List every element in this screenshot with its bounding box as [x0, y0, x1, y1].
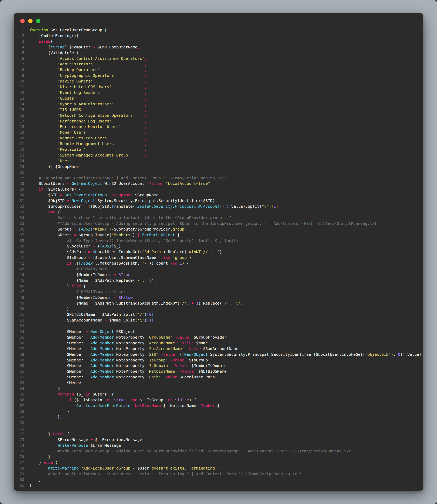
code-token: , [144, 90, 147, 95]
code-token: ] $Computer [65, 45, 93, 49]
code-token: -Filter [147, 181, 163, 186]
code-text: Write-Warning "Add-LocalUserToGroup - $U… [29, 466, 219, 471]
code-token: 1 [179, 261, 182, 266]
code-token: 'ObjectSID' [365, 352, 391, 357]
code-line: 49 $Name = $AdsPath.Substring($AdsPath.I… [16, 301, 421, 306]
code-token: , [144, 113, 147, 118]
code-token: = [90, 437, 93, 442]
code-token: ]$_) [111, 244, 121, 248]
line-number: 75 [16, 448, 24, 454]
code-token: 'Device Owners' [58, 79, 93, 84]
code-token: $Member [29, 375, 86, 379]
line-number: 70 [16, 420, 24, 426]
code-token: #"Add-LocalUserToGroup - Adding security… [58, 221, 379, 226]
code-text: param( [29, 39, 53, 45]
code-token: = [86, 329, 88, 334]
code-token [29, 238, 67, 243]
code-text: 'Cryptographic Operators' , [29, 73, 147, 78]
code-token: ($LocalUsers) { [43, 187, 81, 191]
line-number: 21 [16, 141, 24, 147]
code-token: $ErrorMessage [88, 443, 121, 448]
code-token: '\' [137, 318, 144, 323]
code-token: $Name.Split( [107, 318, 137, 323]
code-token: = [93, 244, 95, 248]
code-token: = [114, 273, 116, 277]
code-token: $ErrorMessage [29, 437, 90, 442]
code-line: 23 'System Managed Accounts Group' , [16, 152, 421, 158]
code-text: $IsGroup = ($LocalUser.SchemaClassName -… [29, 255, 191, 261]
code-token: 'Guests' [58, 96, 76, 101]
code-token: = [83, 204, 86, 209]
code-token: $LocalUser [29, 244, 93, 248]
code-token: } [29, 483, 32, 488]
code-token: ]::Matches($AdsPath, [93, 261, 142, 266]
code-token: -NetBiosName [133, 403, 161, 408]
line-number: 30 [16, 192, 24, 198]
code-editor-window: 1function Get-LocalUserFromGroup {2 [Cmd… [14, 13, 423, 491]
code-token [177, 261, 179, 266]
code-line: 41 $IsGroup = ($LocalUser.SchemaClassNam… [16, 255, 421, 261]
code-token: $Users) { [90, 392, 114, 397]
code-token [29, 187, 39, 191]
code-line: 75 #"Add-LocalUserToGroup - Adding $User… [16, 448, 421, 454]
code-token: 'GroupName' [147, 335, 173, 340]
code-token [29, 153, 58, 158]
code-token: = [97, 312, 100, 317]
code-token [29, 403, 76, 408]
code-text: $Member [29, 380, 83, 386]
line-number: 1 [16, 27, 24, 33]
code-token [29, 73, 58, 78]
code-token [29, 449, 58, 453]
code-token: Add-Member [90, 369, 114, 374]
code-token: foreach [58, 392, 74, 397]
code-token [140, 233, 142, 237]
line-number: 47 [16, 289, 24, 295]
code-token: | [86, 358, 88, 362]
zoom-button[interactable] [36, 19, 40, 23]
code-token: $AdsPath.Substring($AdsPath.IndexOf( [93, 301, 180, 305]
code-text: $Member | Add-Member Noteproperty 'Accou… [29, 340, 208, 346]
line-number: 80 [16, 477, 24, 483]
code-text: } [29, 409, 69, 414]
line-number: 20 [16, 135, 24, 141]
code-token: "WinNT:// [93, 227, 114, 231]
code-token: ] [151, 312, 154, 317]
code-text: } [29, 386, 60, 392]
code-text: } Catch { [29, 431, 69, 437]
line-number: 54 [16, 329, 24, 335]
code-token: = [114, 295, 116, 300]
code-line: 62 $Member | Add-Member NoteProperty 'Pa… [16, 374, 421, 380]
code-token: | [86, 363, 88, 368]
line-number: 15 [16, 107, 24, 113]
code-token: Noteproperty [114, 341, 147, 345]
line-number: 49 [16, 301, 24, 306]
line-number: 59 [16, 358, 24, 363]
code-token: $NETBIOSName [194, 369, 227, 374]
code-token: ( [50, 39, 53, 44]
code-line: 69 } [16, 414, 421, 420]
line-number: 16 [16, 113, 24, 119]
code-token [111, 119, 144, 124]
code-token: )[ [144, 318, 149, 323]
line-number: 3 [16, 39, 24, 45]
code-line: 3 param( [16, 39, 421, 45]
code-text: $Member | Add-Member Noteproperty 'SID' … [29, 352, 421, 358]
line-number: 27 [16, 175, 24, 181]
code-token: ) [154, 278, 156, 283]
code-token: )).count [149, 261, 170, 266]
code-token [121, 124, 144, 129]
code-line: 39 $LocalUser = ([ADSI]$_) [16, 244, 421, 249]
code-token: , [144, 96, 147, 101]
code-token [29, 130, 58, 135]
code-text: } [29, 477, 41, 483]
code-token [29, 85, 58, 89]
close-button[interactable] [20, 19, 25, 23]
code-line: 64 } [16, 386, 421, 392]
line-number: 40 [16, 249, 24, 255]
minimize-button[interactable] [28, 19, 32, 23]
line-number: 43 [16, 266, 24, 272]
code-editor[interactable]: 1function Get-LocalUserFromGroup {2 [Cmd… [14, 23, 423, 491]
code-token: ] [276, 204, 278, 209]
code-token: 'Administrators' [58, 62, 95, 66]
code-text: if ($LocalUsers) { [29, 187, 81, 192]
